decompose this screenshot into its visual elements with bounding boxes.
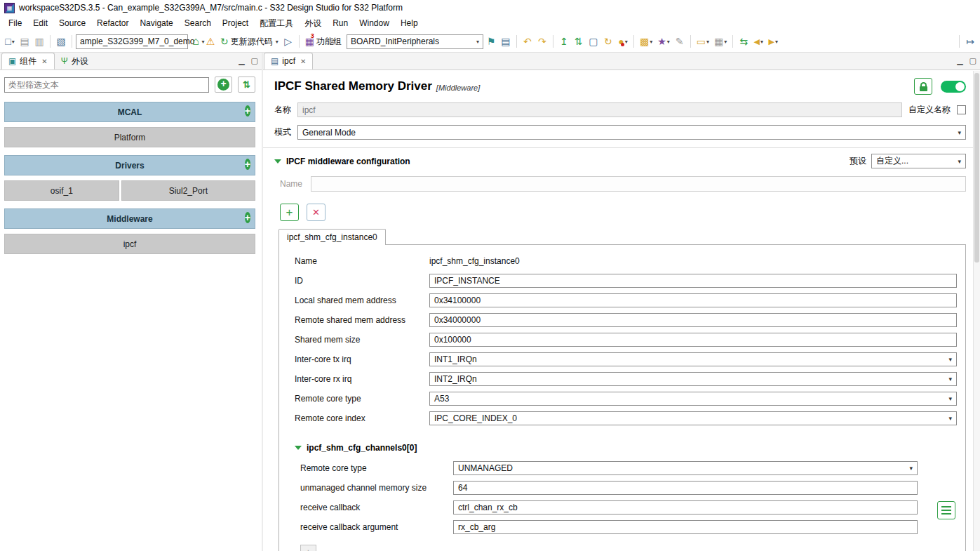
close-icon[interactable]: ✕ xyxy=(300,58,306,65)
board-init-combo[interactable]: BOARD_InitPeripherals▾ xyxy=(347,34,483,49)
menu-file[interactable]: File xyxy=(3,16,27,30)
main-toolbar: □▾ ▤ ▥ ▧ ample_S32G399_M7_0_demo▾ ⌂ ⚠ ↻更… xyxy=(0,31,980,53)
key-button[interactable]: ●▾ xyxy=(616,34,630,49)
skip-back-button[interactable]: ↶ xyxy=(521,34,535,49)
menu-window[interactable]: Window xyxy=(354,16,395,30)
pencil-button[interactable]: ✎ xyxy=(673,34,687,49)
menu-config-tools[interactable]: 配置工具 xyxy=(254,15,299,32)
wand-button[interactable]: ★▾ xyxy=(655,34,672,49)
add-channel-button-disabled[interactable]: + xyxy=(300,545,316,551)
field-value: ipcf_shm_cfg_instance0 xyxy=(429,256,520,266)
name-field[interactable]: ipcf xyxy=(297,102,902,117)
save-all-button[interactable]: ▥ xyxy=(32,34,46,49)
add-mcal-button[interactable]: + xyxy=(245,106,250,117)
remote-shared-mem-field[interactable]: 0x34000000 xyxy=(429,313,957,327)
local-shared-mem-field[interactable]: 0x34100000 xyxy=(429,293,957,307)
mode-select[interactable]: General Mode ▾ xyxy=(297,125,966,140)
open-editor-button[interactable]: ↦ xyxy=(963,34,977,49)
component-item-ipcf[interactable]: ipcf xyxy=(4,234,255,254)
skip-forward-button[interactable]: ↷ xyxy=(535,34,549,49)
project-combo[interactable]: ample_S32G399_M7_0_demo▾ xyxy=(76,34,188,49)
field-label: Local shared mem address xyxy=(295,296,429,305)
packages-button[interactable]: ▩▾ xyxy=(638,34,655,49)
build-log-button[interactable]: ▧ xyxy=(54,34,68,49)
generate-code-button[interactable]: ▷ xyxy=(281,34,295,49)
instance-tab[interactable]: ipcf_shm_cfg_instance0 xyxy=(278,229,386,245)
menu-peripherals[interactable]: 外设 xyxy=(299,15,327,32)
flag-button[interactable]: ⚑ xyxy=(484,34,498,49)
tx-irq-select[interactable]: INT1_IRQn▾ xyxy=(429,352,957,366)
history-button[interactable]: ↻ xyxy=(601,34,615,49)
minimize-view-button[interactable]: ▁ xyxy=(239,56,244,65)
build-log-icon: ▧ xyxy=(56,36,65,46)
console-button[interactable]: ▤ xyxy=(499,34,513,49)
new-wizard-button[interactable]: □▾ xyxy=(3,34,17,49)
edit-page-button[interactable]: ▭▾ xyxy=(694,34,711,49)
remove-instance-button[interactable]: ✕ xyxy=(307,204,325,221)
back-button[interactable]: ◀▾ xyxy=(751,34,765,49)
terminal-button[interactable]: ▢ xyxy=(586,34,600,49)
scrollbar-thumb[interactable] xyxy=(974,73,979,263)
sort-components-button[interactable]: ⇅ xyxy=(238,77,255,93)
close-icon[interactable]: ✕ xyxy=(41,58,47,65)
page-title: IPCF Shared Memory Driver xyxy=(274,79,432,93)
tab-ipcf-editor[interactable]: ▤ ipcf ✕ xyxy=(264,53,313,69)
maximize-editor-button[interactable]: ▢ xyxy=(969,56,976,65)
menu-search[interactable]: Search xyxy=(179,16,217,30)
functional-group-button[interactable]: ▦3功能组 xyxy=(303,34,346,49)
menu-source[interactable]: Source xyxy=(53,16,91,30)
import-button[interactable]: ↥ xyxy=(557,34,571,49)
instance-name-field[interactable] xyxy=(311,176,966,192)
channels-section-header[interactable]: ipcf_shm_cfg_channels0[0] xyxy=(295,439,957,456)
add-component-button[interactable]: + xyxy=(215,77,232,93)
grid-button[interactable]: ▦▾ xyxy=(712,34,729,49)
instance-tab-area: ipcf_shm_cfg_instance0 Name ipcf_shm_cfg… xyxy=(278,228,966,551)
home-button[interactable]: ⌂ xyxy=(189,34,203,49)
config-section-header[interactable]: IPCF middleware configuration 预设 自定义... … xyxy=(274,152,966,171)
vertical-scrollbar[interactable] xyxy=(973,71,980,551)
section-header-drivers[interactable]: Drivers + xyxy=(4,155,255,175)
section-header-mcal[interactable]: MCAL + xyxy=(4,102,255,122)
minimize-editor-button[interactable]: ▁ xyxy=(957,56,962,65)
type-filter-input[interactable] xyxy=(4,77,209,93)
preset-select-value: 自定义... xyxy=(876,155,908,167)
tab-components[interactable]: ▣ 组件 ✕ xyxy=(1,53,55,69)
add-middleware-button[interactable]: + xyxy=(245,213,250,223)
id-field[interactable]: IPCF_INSTANCE xyxy=(429,274,957,288)
lock-button[interactable] xyxy=(914,78,932,95)
unmanaged-mem-size-field[interactable]: 64 xyxy=(453,481,918,495)
menu-navigate[interactable]: Navigate xyxy=(134,16,178,30)
menu-edit[interactable]: Edit xyxy=(27,16,53,30)
forward-button[interactable]: ▶▾ xyxy=(766,34,780,49)
remote-core-type-select[interactable]: A53▾ xyxy=(429,392,957,406)
maximize-view-button[interactable]: ▢ xyxy=(251,56,258,65)
menu-project[interactable]: Project xyxy=(217,16,254,30)
sort-button[interactable]: ⇅ xyxy=(572,34,586,49)
swap-editors-button[interactable]: ⇆ xyxy=(737,34,751,49)
menu-refactor[interactable]: Refactor xyxy=(91,16,134,30)
menu-run[interactable]: Run xyxy=(327,16,354,30)
add-driver-button[interactable]: + xyxy=(245,159,250,170)
shared-mem-size-field[interactable]: 0x100000 xyxy=(429,333,957,347)
channel-menu-button[interactable] xyxy=(937,501,955,519)
rx-irq-select[interactable]: INT2_IRQn▾ xyxy=(429,372,957,386)
receive-callback-arg-field[interactable]: rx_cb_arg xyxy=(453,520,918,534)
menu-help[interactable]: Help xyxy=(395,16,424,30)
instance-tab-label: ipcf_shm_cfg_instance0 xyxy=(287,232,377,242)
remote-core-index-select[interactable]: IPC_CORE_INDEX_0▾ xyxy=(429,411,957,425)
close-icon: ✕ xyxy=(312,207,320,218)
update-code-button[interactable]: ↻更新源代码▾ xyxy=(218,34,281,49)
preset-select[interactable]: 自定义... ▾ xyxy=(871,154,966,168)
component-item-siul2-port[interactable]: Siul2_Port xyxy=(121,180,255,201)
problems-button[interactable]: ⚠ xyxy=(203,34,217,49)
custom-name-checkbox[interactable] xyxy=(957,105,966,114)
save-button[interactable]: ▤ xyxy=(18,34,32,49)
channel-core-type-select[interactable]: UNMANAGED▾ xyxy=(453,461,918,475)
component-item-osif[interactable]: osif_1 xyxy=(4,180,119,201)
add-instance-button[interactable]: + xyxy=(280,204,299,221)
receive-callback-field[interactable]: ctrl_chan_rx_cb xyxy=(453,500,918,515)
tab-peripherals[interactable]: Ψ 外设 xyxy=(55,53,95,69)
component-item-platform[interactable]: Platform xyxy=(4,127,255,147)
enable-toggle[interactable] xyxy=(941,81,966,93)
section-header-middleware[interactable]: Middleware + xyxy=(4,208,255,229)
